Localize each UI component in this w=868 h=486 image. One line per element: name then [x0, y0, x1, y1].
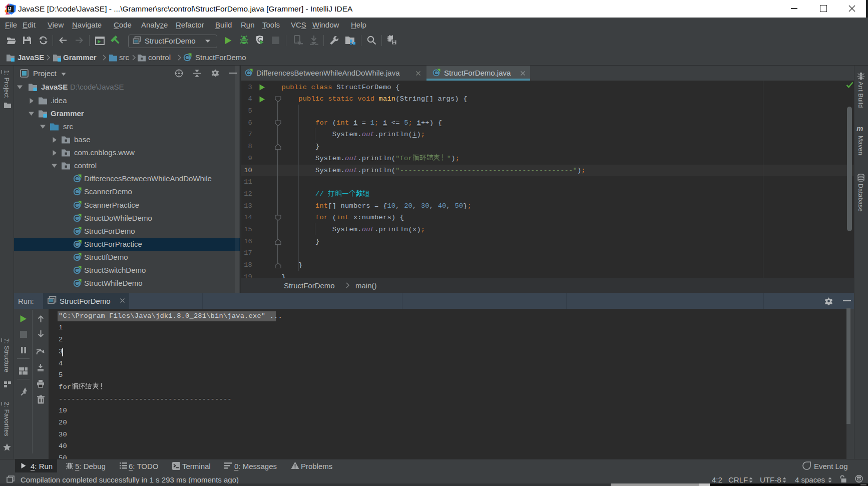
svg-text:IJ: IJ: [8, 6, 12, 11]
